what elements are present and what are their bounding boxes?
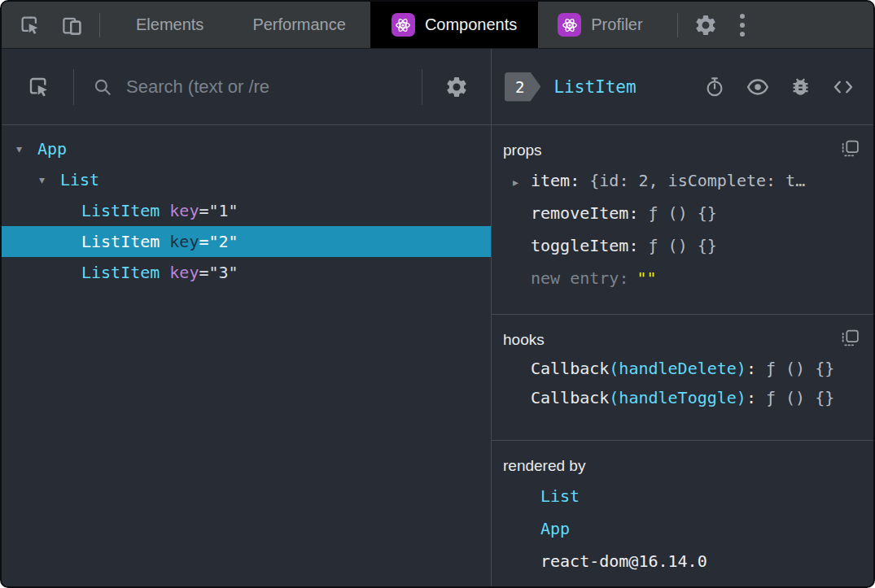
hooks-title: hooks xyxy=(503,326,862,354)
key-attribute-value: ="2" xyxy=(199,226,238,257)
tab-performance[interactable]: Performance xyxy=(228,2,370,48)
react-logo-icon xyxy=(392,13,415,37)
tree-settings-gear-icon[interactable] xyxy=(422,71,491,103)
inspector-header: 2 ListItem xyxy=(492,49,873,125)
chevron-right-icon[interactable]: ▸ xyxy=(513,166,531,197)
inspect-element-icon[interactable] xyxy=(23,71,55,103)
tab-label: Performance xyxy=(252,15,346,34)
key-attribute-name: key xyxy=(169,195,199,226)
search-input[interactable] xyxy=(125,76,422,98)
tab-label: Profiler xyxy=(591,15,642,34)
component-name: ListItem xyxy=(81,257,160,288)
react-logo-icon xyxy=(558,13,581,37)
props-section: props ▸item: {id: 2, isComplete: t… remo… xyxy=(492,125,873,315)
prop-row-new-entry[interactable]: new entry:"" xyxy=(503,262,862,294)
tab-elements[interactable]: Elements xyxy=(112,2,228,48)
prop-row-item[interactable]: ▸item: {id: 2, isComplete: t… xyxy=(503,164,862,197)
tabbar-divider xyxy=(99,13,100,37)
tree-row-listitem-3[interactable]: ListItem key="3" xyxy=(2,257,491,288)
rendered-by-owner-app[interactable]: App xyxy=(503,512,862,545)
rendered-by-section: rendered by List App react-dom@16.14.0 xyxy=(492,441,873,588)
tab-label: Elements xyxy=(136,15,203,34)
prop-row-toggleitem[interactable]: toggleItem: ƒ () {} xyxy=(503,229,862,262)
tab-label: Components xyxy=(425,15,517,34)
log-to-console-bug-icon[interactable] xyxy=(790,76,812,98)
inspector-panel: 2 ListItem xyxy=(492,49,873,588)
tabbar-divider xyxy=(677,13,678,37)
hooks-section: hooks Callback(handleDelete): ƒ () {} Ca… xyxy=(492,315,873,441)
gear-icon[interactable] xyxy=(686,9,725,41)
chevron-down-icon[interactable]: ▾ xyxy=(39,164,60,195)
hook-row-handledelete[interactable]: Callback(handleDelete): ƒ () {} xyxy=(503,354,862,383)
component-name: ListItem xyxy=(81,226,160,257)
owners-stack-badge[interactable]: 2 xyxy=(505,72,540,102)
component-name: App xyxy=(37,133,67,164)
component-tree: ▾ App ▾ List ListItem key="1" ListItem k… xyxy=(2,125,491,588)
props-title: props xyxy=(503,137,862,164)
chevron-down-icon[interactable]: ▾ xyxy=(16,133,37,164)
key-attribute-name: key xyxy=(169,257,199,288)
rendered-by-owner-list[interactable]: List xyxy=(503,480,862,512)
device-toolbar-icon[interactable] xyxy=(57,10,88,41)
view-source-code-icon[interactable] xyxy=(831,75,855,99)
tab-profiler[interactable]: Profiler xyxy=(538,2,662,48)
suspend-timer-icon[interactable] xyxy=(703,76,726,98)
key-attribute-name: key xyxy=(169,226,199,257)
copy-icon[interactable] xyxy=(840,328,860,348)
search-icon xyxy=(92,76,113,98)
tree-row-list[interactable]: ▾ List xyxy=(2,164,491,195)
inspector-actions xyxy=(703,75,855,99)
rendered-by-renderer-version: react-dom@16.14.0 xyxy=(503,545,862,577)
key-attribute-value: ="3" xyxy=(199,257,238,288)
devtools-window: Elements Performance Components xyxy=(0,0,875,588)
component-name: List xyxy=(60,164,99,195)
key-attribute-value: ="1" xyxy=(199,195,238,226)
prop-row-removeitem[interactable]: removeItem: ƒ () {} xyxy=(503,197,862,229)
tree-row-listitem-1[interactable]: ListItem key="1" xyxy=(2,195,491,226)
component-name: ListItem xyxy=(81,195,160,226)
more-options-icon[interactable] xyxy=(725,14,759,37)
inspect-element-icon[interactable] xyxy=(15,10,46,41)
devtools-tabbar: Elements Performance Components xyxy=(2,2,873,49)
copy-icon[interactable] xyxy=(840,138,860,159)
selected-component-name: ListItem xyxy=(553,77,636,97)
rendered-by-title: rendered by xyxy=(503,452,862,480)
components-tree-panel: ▾ App ▾ List ListItem key="1" ListItem k… xyxy=(2,49,492,588)
tree-row-listitem-2-selected[interactable]: ListItem key="2" xyxy=(2,226,491,257)
main-split: ▾ App ▾ List ListItem key="1" ListItem k… xyxy=(2,49,873,588)
hook-row-handletoggle[interactable]: Callback(handleToggle): ƒ () {} xyxy=(503,383,862,412)
inspect-dom-eye-icon[interactable] xyxy=(746,75,770,99)
tab-components[interactable]: Components xyxy=(370,2,538,48)
toolbar-divider xyxy=(73,69,74,105)
tree-toolbar xyxy=(2,49,491,125)
tree-row-app[interactable]: ▾ App xyxy=(2,133,491,164)
